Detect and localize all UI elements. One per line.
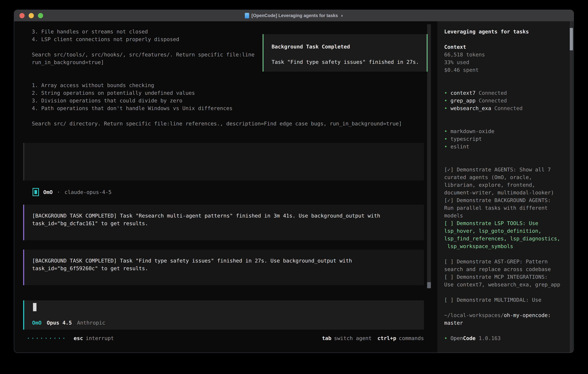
- task-result-line: task_id="bg_6f59260c" to get results.: [32, 265, 424, 272]
- scrollback-line: Search src/tools/, src/hooks/, src/featu…: [32, 51, 254, 58]
- moon-icon: ◑: [340, 13, 343, 18]
- lsp-item: • typescript: [444, 135, 571, 143]
- status-dot-icon: •: [444, 97, 447, 104]
- mcp-name: context7: [451, 89, 475, 97]
- context-spent: $0.46 spent: [444, 66, 571, 74]
- mcp-section-header[interactable]: ▼ MCP: [444, 82, 571, 89]
- agent-model: claude-opus-4-5: [64, 188, 112, 196]
- esc-key-hint: esc: [74, 334, 83, 342]
- tab-key-hint: tab: [322, 334, 331, 342]
- task-result-line: [BACKGROUND TASK COMPLETED] Task "Find t…: [32, 257, 424, 265]
- scrollback-line: [32, 43, 254, 51]
- scrollback-line: run_in_background=true]: [32, 58, 254, 66]
- mcp-item: • grep_app Connected: [444, 97, 571, 104]
- mcp-name: websearch_exa: [451, 104, 491, 112]
- task-result-card: [BACKGROUND TASK COMPLETED] Task "Resear…: [23, 205, 424, 240]
- input-model-name: Opus 4.5: [47, 319, 72, 327]
- status-dot-icon: •: [444, 334, 447, 342]
- app-name-prefix: Open: [451, 334, 463, 342]
- task-result-card: [BACKGROUND TASK COMPLETED] Task "Find t…: [23, 250, 424, 285]
- prompt-input[interactable]: OmO Opus 4.5 Anthropic: [23, 300, 424, 330]
- todo-item-done: [✓] Demonstrate AGENTS: Show all 7 curat…: [444, 166, 571, 197]
- sidebar-scrollbar[interactable]: [570, 21, 573, 353]
- scrollback-line: 4. LSP client connections not properly d…: [32, 35, 254, 43]
- lsp-item: • markdown-oxide: [444, 127, 571, 135]
- session-sidebar: Leveraging agents for tasks Context 66,5…: [437, 21, 574, 353]
- window-title: [OpenCode] Leveraging agents for tasks: [252, 13, 338, 18]
- lsp-name: typescript: [451, 135, 482, 143]
- task-result-line: [BACKGROUND TASK COMPLETED] Task "Resear…: [32, 212, 424, 219]
- app-version: 1.0.163: [479, 334, 501, 342]
- lsp-name: markdown-oxide: [451, 127, 494, 135]
- session-title: Leveraging agents for tasks: [444, 28, 571, 35]
- context-heading: Context: [444, 43, 571, 51]
- todo-item-pending: [ ] Demonstrate MCP INTEGRATIONS: Use co…: [444, 273, 571, 288]
- esc-key-label: interrupt: [86, 334, 114, 342]
- tool-call-line: 1. Array access without bounds checking: [32, 82, 449, 89]
- todo-item-done: [✓] Demonstrate BACKGROUND AGENTS: Run p…: [444, 197, 571, 219]
- oracle-task-card: ◉ Oracle Task "Deep architecture review"…: [23, 143, 424, 180]
- workspace-path: ~/local-workspaces/oh-my-opencode:: [444, 311, 571, 319]
- todo-section-header[interactable]: ▼ Todo: [444, 158, 571, 166]
- todo-item-pending: [ ] Demonstrate AST-GREP: Pattern search…: [444, 258, 571, 273]
- input-agent-name: OmO: [32, 319, 42, 327]
- opencode-terminal-window: [OpenCode] Leveraging agents for tasks ◑…: [14, 10, 574, 353]
- context-used: 33% used: [444, 58, 571, 66]
- status-dot-icon: •: [444, 104, 447, 112]
- app-name-suffix: Code: [463, 334, 476, 342]
- toast-title: Background Task Completed: [272, 43, 427, 51]
- mcp-name: grep_app: [451, 97, 475, 104]
- lsp-name: eslint: [451, 143, 469, 150]
- mcp-status: Connected: [494, 104, 523, 112]
- input-provider-name: Anthropic: [77, 319, 105, 327]
- lsp-section-header[interactable]: ▼ LSP: [444, 120, 571, 127]
- scrollback-line: 3. File handles or streams not closed: [32, 28, 254, 35]
- workspace-branch: master: [444, 319, 571, 327]
- ctrlp-key-hint: ctrl+p: [378, 334, 396, 342]
- text-caret: [33, 303, 36, 311]
- chat-scrollbar[interactable]: [427, 24, 431, 288]
- status-bar: ········· esc interrupt tab switch agent…: [23, 334, 424, 342]
- tool-call-block: ⚙ call_omo_agent [subagent_type=explore,…: [32, 74, 449, 127]
- toast-message: Task "Find type safety issues" finished …: [272, 58, 427, 66]
- mcp-item: • context7 Connected: [444, 89, 571, 97]
- agent-square-icon: [32, 188, 39, 196]
- todo-item-active: [ ] Demonstrate LSP TOOLS: Use lsp_hover…: [444, 219, 571, 250]
- agent-name: OmO: [43, 188, 53, 196]
- mcp-status: Connected: [479, 97, 507, 104]
- background-task-toast: Background Task Completed Task "Find typ…: [262, 34, 428, 72]
- sidebar-scrollbar-thumb[interactable]: [570, 28, 573, 50]
- lsp-item: • eslint: [444, 143, 571, 150]
- tool-call-line: 2. String operations on potentially unde…: [32, 89, 449, 97]
- mcp-status: Connected: [479, 89, 507, 97]
- status-dot-icon: •: [444, 135, 447, 143]
- task-result-line: task_id="bg_dcfac161" to get results.: [32, 219, 424, 227]
- tool-call-line: 3. Division operations that could divide…: [32, 97, 449, 104]
- spinner-icon: ·········: [27, 334, 67, 342]
- tool-call-line: Search src/ directory. Return specific f…: [32, 120, 449, 127]
- status-dot-icon: •: [444, 143, 447, 150]
- window-titlebar[interactable]: [OpenCode] Leveraging agents for tasks ◑: [14, 10, 574, 21]
- separator-dot: ·: [57, 188, 60, 196]
- tab-key-label: switch agent: [334, 334, 372, 342]
- mcp-item: • websearch_exa Connected: [444, 104, 571, 112]
- version-row: • OpenCode 1.0.163: [444, 334, 571, 342]
- status-dot-icon: •: [444, 127, 447, 135]
- document-icon: [245, 13, 249, 18]
- todo-item-pending: [ ] Demonstrate MULTIMODAL: Use: [444, 296, 571, 304]
- tool-call-line: 4. Path operations that don't handle Win…: [32, 104, 449, 112]
- status-dot-icon: •: [444, 89, 447, 97]
- tool-call-line: [32, 112, 449, 120]
- chat-pane: 3. File handles or streams not closed 4.…: [14, 21, 437, 353]
- ctrlp-key-label: commands: [399, 334, 424, 342]
- agent-header: OmO · claude-opus-4-5: [32, 188, 112, 196]
- scrollback-text: 3. File handles or streams not closed 4.…: [32, 28, 254, 66]
- context-tokens: 66,518 tokens: [444, 51, 571, 58]
- chat-scrollbar-thumb[interactable]: [427, 282, 431, 288]
